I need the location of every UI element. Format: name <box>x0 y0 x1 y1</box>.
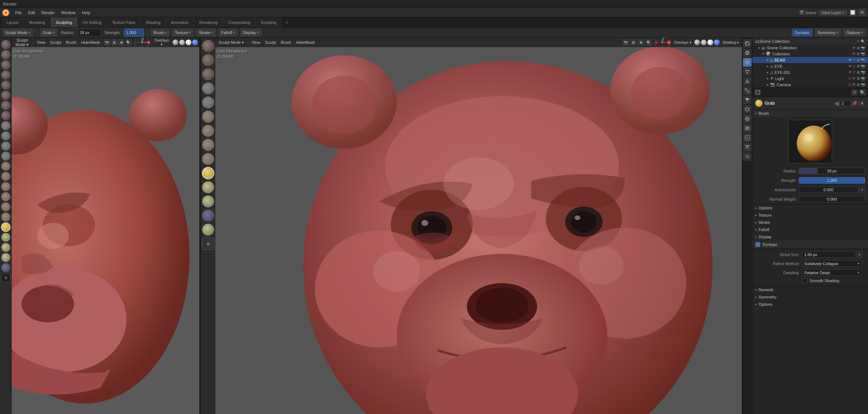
tab-modeling[interactable]: Modeling <box>24 17 51 27</box>
light-eye[interactable]: 👁 <box>852 76 856 80</box>
detailing-select[interactable]: Relative Detail <box>802 269 862 276</box>
brush-slide-relax[interactable] <box>1 233 11 242</box>
brush-elastic[interactable] <box>1 172 11 181</box>
light-viewport[interactable]: 🖥 <box>856 76 860 80</box>
falloff-btn[interactable]: Falloff▾ <box>218 29 238 37</box>
brush-nudge[interactable] <box>1 202 11 212</box>
brush-cloth[interactable] <box>1 253 11 262</box>
outliner-scene-collection[interactable]: ▾ 🗂 Scene Collection 👁 🖥 📷 <box>752 45 868 51</box>
brush-draw-sharp[interactable] <box>1 50 11 59</box>
eye001-viewport[interactable]: 🖥 <box>856 70 860 74</box>
refine-method-select[interactable]: Subdivide Collapse <box>802 260 862 267</box>
vp-left-camera-icon[interactable]: 📷 <box>104 39 110 46</box>
col-render[interactable]: 📷 <box>861 52 865 56</box>
panel-icon-view-layer[interactable] <box>743 143 752 151</box>
bear-filter[interactable]: ▽ <box>853 58 856 62</box>
brush-thumb[interactable] <box>1 192 11 201</box>
brush-rotate[interactable] <box>1 212 11 222</box>
sc-viewport[interactable]: 🖥 <box>856 46 860 50</box>
display-section-header[interactable]: ▸ Display <box>752 233 868 241</box>
menu-render[interactable]: Render <box>39 10 58 16</box>
menu-edit[interactable]: Edit <box>25 10 38 16</box>
panel-icon-properties[interactable] <box>743 58 752 67</box>
tab-scripting[interactable]: Scripting <box>256 17 282 27</box>
outliner-filter-btn[interactable]: ▽ <box>857 39 860 43</box>
vp-right-shading-btn[interactable]: Shading ▾ <box>721 40 740 45</box>
vp-left-zoom-icon[interactable]: 🔍 <box>125 39 132 46</box>
panel-icon-output[interactable] <box>743 133 752 142</box>
tab-sculpting[interactable]: Sculpting <box>51 17 78 27</box>
grab-brush-x[interactable]: ✕ <box>859 100 865 106</box>
brush-mask[interactable] <box>1 263 11 272</box>
bear-canvas-right[interactable]: User Perspective (1) BEAR <box>215 47 742 414</box>
vp-left-move-icon[interactable]: ✥ <box>118 39 124 46</box>
brush-fill[interactable] <box>1 141 11 151</box>
vp-right-mode[interactable]: Sculpt Mode ▾ <box>217 40 246 45</box>
prop-search-btn[interactable]: 🔍 <box>859 89 866 96</box>
rb-grab-active[interactable] <box>202 167 214 179</box>
menu-help[interactable]: Help <box>79 10 93 16</box>
bear-render[interactable]: 📷 <box>861 58 865 62</box>
tab-rendering[interactable]: Rendering <box>194 17 223 27</box>
tool-settings[interactable]: ⚙ <box>1 273 11 283</box>
scene-selector[interactable]: 🎬 Scene <box>799 10 817 15</box>
panel-icon-scene-props[interactable] <box>743 152 752 161</box>
vp-left-sculpt[interactable]: Sculpt <box>48 40 63 45</box>
camera-viewport[interactable]: 🖥 <box>856 83 860 87</box>
tab-layout[interactable]: Layout <box>1 17 24 27</box>
brush-layer[interactable] <box>1 80 11 90</box>
eye001-render[interactable]: 📷 <box>861 70 865 74</box>
symmetry-header[interactable]: ▸ Symmetry <box>752 293 868 301</box>
rb-cloth[interactable] <box>202 223 214 236</box>
menu-file[interactable]: File <box>12 10 25 16</box>
vp-left-mode[interactable]: Sculpt Mode ▾ <box>13 38 31 47</box>
col-eye[interactable]: 👁 <box>852 52 856 56</box>
radius-input[interactable] <box>78 29 101 37</box>
rb-smooth[interactable] <box>202 82 214 95</box>
outliner-eye[interactable]: ▸ △ EYE 👁 ▽ 🖥 📷 <box>752 63 868 69</box>
vp-right-move-icon[interactable]: ✥ <box>638 39 644 46</box>
prop-icon-scene[interactable] <box>755 89 761 96</box>
vp-right-brush[interactable]: Brush <box>279 40 293 45</box>
tab-uv-editing[interactable]: UV Editing <box>78 17 107 27</box>
panel-icon-material[interactable] <box>743 114 752 123</box>
vp-right-grid-icon[interactable]: ⊞ <box>630 39 637 46</box>
outliner-collection[interactable]: ▾ 📦 Collection 👁 🖥 📷 <box>752 51 868 57</box>
texture-section-header[interactable]: ▸ Texture <box>752 212 868 219</box>
rb-mask[interactable] <box>202 209 214 222</box>
rb-snake[interactable] <box>202 153 214 165</box>
brush-draw[interactable] <box>1 40 11 49</box>
outliner-eye001[interactable]: ▸ △ EYE.001 👁 ▽ 🖥 📷 <box>752 69 868 75</box>
vp-left-overlays[interactable]: Overlays ▾ <box>152 38 171 47</box>
panel-icon-scene[interactable] <box>743 39 752 48</box>
vp-left-hidemask[interactable]: Hide/Mask <box>79 40 102 45</box>
brush-blob[interactable] <box>1 101 11 110</box>
rb-boundary[interactable] <box>202 195 214 208</box>
camera-render[interactable]: 📷 <box>861 83 865 87</box>
autosmooth-slider[interactable]: 0.000 <box>799 186 858 193</box>
rb-settings[interactable]: ⚙ <box>202 238 214 250</box>
vp-right-zoom-icon[interactable]: 🔍 <box>645 39 652 46</box>
add-workspace-btn[interactable]: + <box>282 17 292 27</box>
bear-eye[interactable]: 👁 <box>848 58 852 62</box>
brush-section-header[interactable]: ▾ Brush <box>752 110 868 117</box>
sc-render[interactable]: 📷 <box>861 46 865 50</box>
light-render[interactable]: 📷 <box>861 76 865 80</box>
brush-pinch[interactable] <box>1 162 11 171</box>
brush-snake-hook[interactable] <box>1 182 11 191</box>
texture-btn[interactable]: Texture▾ <box>172 29 194 37</box>
bear-viewport[interactable]: 🖥 <box>856 58 860 62</box>
outliner-bear[interactable]: ▸ △ BEAR 👁 ▽ 🖥 📷 <box>752 57 868 63</box>
menu-window[interactable]: Window <box>58 10 78 16</box>
stroke-section-header[interactable]: ▸ Stroke <box>752 219 868 226</box>
autosmooth-arrow[interactable]: ▾ <box>859 187 865 193</box>
options-btn[interactable]: Options▾ <box>843 29 866 37</box>
eye001-eye[interactable]: 👁 <box>848 70 852 74</box>
strength-slider[interactable]: 1.000 <box>799 177 865 184</box>
tab-texture-paint[interactable]: Texture Paint <box>107 17 141 27</box>
vp-right-overlays[interactable]: Overlays ▾ <box>672 40 693 45</box>
rb-clay2[interactable] <box>202 68 214 80</box>
vp-right-shading-render[interactable] <box>707 39 713 45</box>
brush-btn[interactable]: Brush▾ <box>151 29 170 37</box>
tab-compositing[interactable]: Compositing <box>223 17 256 27</box>
